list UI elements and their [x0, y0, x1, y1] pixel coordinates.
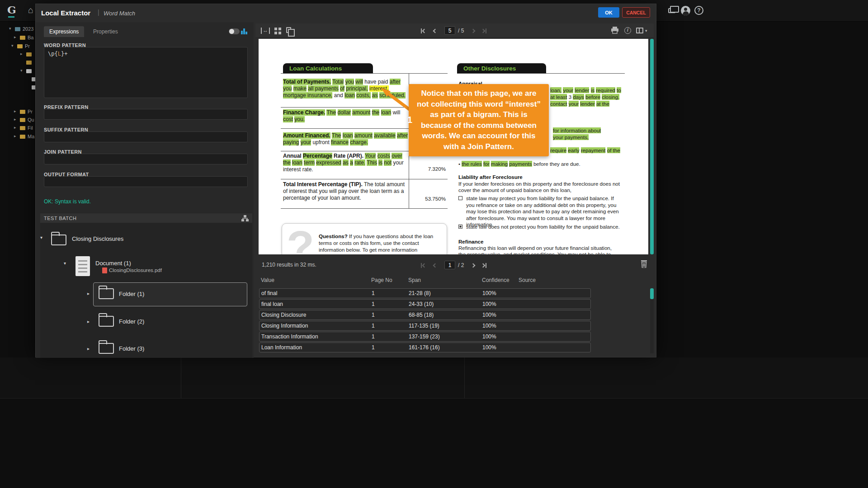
app-logo[interactable]: G	[7, 4, 21, 18]
pages-icon[interactable]	[286, 27, 291, 33]
table-row[interactable]: of final121-28 (8)100%	[259, 288, 591, 298]
tree-node-document[interactable]: Document (1)	[95, 260, 131, 267]
table-row[interactable]: Closing Information1117-135 (19)100%	[259, 321, 591, 331]
next-result-page-button[interactable]	[472, 262, 475, 268]
user-icon[interactable]	[681, 6, 690, 15]
trash-icon[interactable]	[641, 260, 647, 268]
expander-icon[interactable]: ▾	[64, 261, 66, 266]
annotation-number: 1	[407, 115, 412, 125]
doc-word: payments	[509, 161, 532, 167]
home-icon[interactable]: ⌂	[28, 5, 33, 15]
doc-icon	[32, 77, 35, 81]
bg-tree-item[interactable]: ▾	[0, 68, 35, 75]
doc-line: the property value, and market condition…	[458, 251, 611, 254]
bg-tree-item[interactable]	[0, 59, 35, 66]
prefix-pattern-input[interactable]	[44, 109, 248, 120]
output-format-input[interactable]	[44, 176, 248, 187]
bg-tree-item[interactable]: ▸Pr	[0, 108, 35, 116]
bg-tree-item[interactable]: ▸Qu	[0, 117, 35, 124]
expander-icon[interactable]: ▸	[87, 291, 90, 296]
thumbnails-icon[interactable]	[274, 28, 277, 30]
viewer-scrollbar-thumb[interactable]	[650, 39, 654, 254]
expander-icon[interactable]: ▾	[20, 68, 23, 73]
doc-word: interest rate.	[283, 166, 313, 173]
result-page-input[interactable]: 1	[444, 261, 455, 269]
last-page-button[interactable]	[481, 28, 486, 34]
expander-icon[interactable]: ▸	[14, 134, 16, 138]
table-row[interactable]: Closing Disclosure168-85 (18)100%	[259, 310, 591, 320]
doc-word: cost	[283, 116, 293, 122]
tree-node-batch[interactable]: Closing Disclosures	[72, 235, 123, 242]
doc-word: you	[283, 85, 292, 92]
tab-expressions[interactable]: Expressions	[44, 26, 84, 37]
next-page-button[interactable]	[472, 28, 475, 34]
expander-icon[interactable]: ▾	[40, 235, 42, 240]
doc-page[interactable]: Loan Calculations Other Disclosures ? Qu…	[259, 39, 648, 254]
last-result-page-button[interactable]	[481, 262, 486, 268]
bg-tree-item[interactable]: ▾Pr	[0, 43, 35, 50]
doc-line: If your lender forecloses on this proper…	[458, 181, 620, 188]
ok-button[interactable]: OK	[598, 7, 619, 18]
bg-tree-item[interactable]	[0, 84, 35, 91]
expander-icon[interactable]: ▸	[14, 125, 16, 130]
doc-value: 7.320%	[410, 166, 446, 172]
doc-word: repayment	[581, 147, 606, 153]
bg-tree-item[interactable]: ▸Ba	[0, 34, 35, 42]
toggle-switch[interactable]	[229, 28, 240, 34]
doc-section-header-right: Other Disclosures	[457, 63, 546, 74]
page-number-input[interactable]: 5	[444, 26, 455, 35]
table-row[interactable]: final loan124-33 (10)100%	[259, 299, 591, 309]
expander-icon[interactable]: ▸	[14, 109, 16, 113]
cancel-button[interactable]: CANCEL	[622, 7, 650, 18]
chart-icon[interactable]	[241, 28, 248, 35]
column-header[interactable]: Value	[259, 277, 369, 283]
chevron-down-icon[interactable]: ▾	[645, 28, 647, 33]
tree-node-folder-1[interactable]: Folder (1)	[119, 291, 144, 297]
bg-tree-item[interactable]: ▸Ma	[0, 133, 35, 141]
bg-tree-item[interactable]: ▾2023	[0, 26, 35, 33]
first-result-page-button[interactable]	[421, 262, 426, 268]
table-scrollbar-thumb[interactable]	[650, 288, 654, 299]
column-header[interactable]: Source	[517, 277, 649, 283]
bg-tree-item[interactable]: ▸Fil	[0, 125, 35, 132]
previous-result-page-button[interactable]	[434, 262, 437, 268]
layout-icon[interactable]	[636, 28, 643, 33]
pattern-token: L	[58, 51, 61, 57]
doc-word: costs,	[356, 92, 370, 99]
tab-properties[interactable]: Properties	[88, 26, 123, 37]
selected-node-box[interactable]	[93, 282, 247, 306]
column-header[interactable]: Span	[406, 277, 480, 283]
print-icon[interactable]	[611, 27, 619, 34]
join-pattern-input[interactable]	[44, 154, 248, 164]
column-header[interactable]: Page No	[369, 277, 406, 283]
expander-icon[interactable]: ▸	[14, 35, 16, 39]
fit-width-icon[interactable]: ↔	[261, 28, 270, 34]
tree-node-folder-3[interactable]: Folder (3)	[119, 345, 144, 352]
first-page-button[interactable]	[421, 28, 426, 34]
tree-node-file[interactable]: ClosingDisclosures.pdf	[109, 267, 162, 273]
layers-icon[interactable]	[668, 8, 675, 13]
bg-tree-item[interactable]	[0, 76, 35, 83]
table-row[interactable]: Loan Information1161-176 (16)100%	[259, 343, 591, 352]
word-pattern-input[interactable]: \p{L}+	[44, 47, 248, 98]
expander-icon[interactable]: ▸	[20, 52, 23, 56]
doc-word: loan	[344, 92, 355, 99]
previous-page-button[interactable]	[434, 28, 437, 34]
sitemap-icon[interactable]	[241, 215, 249, 222]
doc-word: your	[393, 160, 403, 166]
expander-icon[interactable]: ▸	[14, 117, 16, 122]
table-row[interactable]: Transaction Information1137-159 (23)100%	[259, 332, 591, 342]
help-icon[interactable]: ?	[694, 6, 703, 15]
suffix-pattern-input[interactable]	[44, 131, 248, 142]
column-header[interactable]: Confidence	[480, 277, 517, 283]
tree-node-folder-2[interactable]: Folder (2)	[119, 318, 144, 325]
bg-tree-item[interactable]: ▸	[0, 51, 35, 58]
expander-icon[interactable]: ▾	[9, 26, 11, 31]
doc-line: your payments,	[553, 134, 589, 141]
doc-word: loan	[343, 132, 353, 139]
doc-word: at least	[550, 94, 567, 100]
info-icon[interactable]: i	[624, 27, 631, 34]
expander-icon[interactable]: ▾	[11, 43, 14, 48]
expander-icon[interactable]: ▸	[87, 319, 90, 324]
expander-icon[interactable]: ▸	[87, 346, 90, 351]
